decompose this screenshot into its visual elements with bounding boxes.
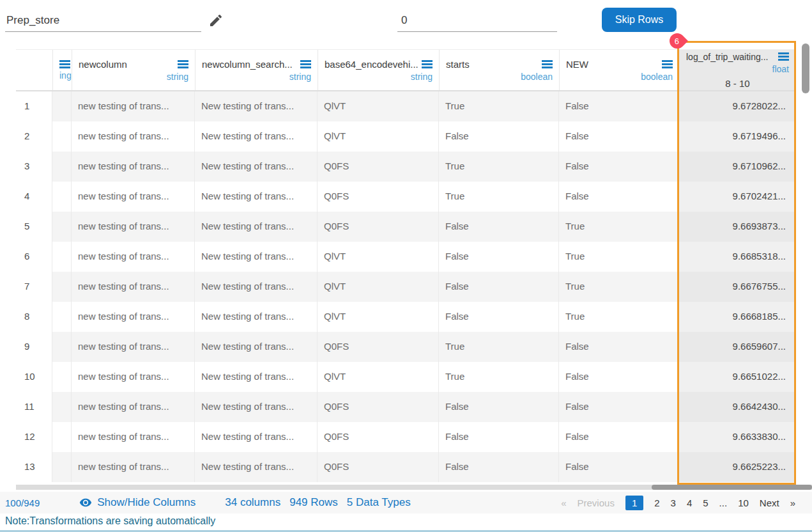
table-cell[interactable]: QlVT (318, 121, 439, 152)
horizontal-scrollbar-thumb[interactable] (652, 485, 812, 490)
table-cell[interactable]: True (439, 152, 559, 182)
column-menu-icon[interactable] (300, 60, 311, 68)
dataset-name-input[interactable] (5, 9, 201, 32)
table-cell[interactable] (52, 272, 72, 302)
table-cell[interactable]: new testing of trans... (72, 392, 195, 422)
table-cell[interactable]: True (439, 182, 559, 212)
page-2[interactable]: 2 (654, 497, 659, 508)
table-cell[interactable]: False (559, 152, 679, 182)
table-cell[interactable]: True (559, 242, 679, 272)
table-cell[interactable]: True (559, 302, 679, 332)
table-cell[interactable]: Q0FS (318, 392, 439, 422)
table-cell[interactable]: False (559, 422, 679, 452)
column-menu-icon[interactable] (778, 52, 789, 61)
table-cell[interactable]: QlVT (318, 272, 439, 302)
page-next[interactable]: Next (760, 497, 779, 508)
table-cell[interactable]: False (439, 302, 559, 332)
page-3[interactable]: 3 (671, 497, 676, 508)
table-cell[interactable]: 9.6719496... (679, 121, 795, 152)
horizontal-scrollbar-track[interactable] (16, 485, 812, 490)
column-menu-icon[interactable] (422, 60, 433, 68)
table-cell[interactable]: 9.6633830... (679, 422, 795, 452)
column-menu-icon[interactable] (178, 60, 188, 68)
table-cell[interactable]: True (439, 332, 559, 362)
table-cell[interactable]: new testing of trans... (72, 302, 195, 332)
skip-rows-button[interactable]: Skip Rows (602, 8, 677, 32)
table-cell[interactable]: New testing of trans... (195, 212, 318, 242)
table-cell[interactable]: False (559, 392, 679, 422)
table-cell[interactable]: new testing of trans... (72, 212, 195, 242)
table-cell[interactable]: new testing of trans... (72, 182, 195, 212)
column-header[interactable]: ing (52, 50, 72, 90)
table-cell[interactable]: 9.6659607... (679, 332, 795, 362)
table-cell[interactable]: QlVT (318, 242, 439, 272)
table-cell[interactable] (52, 422, 72, 452)
table-cell[interactable]: Q0FS (318, 182, 439, 212)
table-cell[interactable]: QlVT (318, 362, 439, 392)
table-cell[interactable] (52, 212, 72, 242)
table-cell[interactable]: New testing of trans... (195, 392, 318, 422)
show-hide-columns-button[interactable]: Show/Hide Columns (79, 496, 195, 509)
stat-datatypes[interactable]: 5 Data Types (347, 496, 411, 509)
table-cell[interactable]: New testing of trans... (195, 121, 318, 152)
table-cell[interactable]: New testing of trans... (195, 242, 318, 272)
table-cell[interactable]: False (559, 452, 679, 482)
table-cell[interactable]: False (559, 121, 679, 152)
table-cell[interactable]: new testing of trans... (72, 242, 195, 272)
table-cell[interactable]: New testing of trans... (195, 182, 318, 212)
table-cell[interactable]: 9.6702421... (679, 182, 795, 212)
table-cell[interactable]: new testing of trans... (72, 272, 195, 302)
column-header-newcolumn-search[interactable]: newcolumn_search...string (195, 50, 318, 90)
column-menu-icon[interactable] (542, 60, 553, 68)
page-[interactable]: ... (719, 497, 728, 508)
table-cell[interactable]: False (439, 272, 559, 302)
table-cell[interactable]: False (439, 242, 559, 272)
table-cell[interactable]: new testing of trans... (72, 332, 195, 362)
table-cell[interactable]: New testing of trans... (195, 302, 318, 332)
table-cell[interactable] (52, 362, 72, 392)
page-[interactable]: » (790, 497, 795, 508)
table-cell[interactable]: 9.6676755... (679, 272, 795, 302)
table-cell[interactable]: False (439, 212, 559, 242)
table-cell[interactable]: QlVT (318, 91, 439, 121)
column-header-newcolumn[interactable]: newcolumnstring (72, 50, 195, 90)
table-cell[interactable]: 9.6642430... (679, 392, 795, 422)
stat-rows[interactable]: 949 Rows (289, 496, 338, 509)
table-cell[interactable]: True (439, 91, 559, 121)
table-cell[interactable]: Q0FS (318, 422, 439, 452)
table-cell[interactable]: new testing of trans... (72, 452, 195, 482)
edit-pencil-icon[interactable] (208, 13, 224, 28)
table-cell[interactable]: True (559, 212, 679, 242)
table-cell[interactable]: new testing of trans... (72, 362, 195, 392)
table-cell[interactable]: False (439, 452, 559, 482)
table-cell[interactable] (52, 302, 72, 332)
table-cell[interactable]: 9.6651022... (679, 362, 795, 392)
table-cell[interactable]: Q0FS (318, 152, 439, 182)
column-header-starts[interactable]: startsboolean (439, 50, 559, 90)
page-5[interactable]: 5 (703, 497, 708, 508)
table-cell[interactable]: 9.6728022... (679, 91, 795, 121)
table-cell[interactable]: False (439, 121, 559, 152)
table-cell[interactable]: 9.6668185... (679, 302, 795, 332)
skip-rows-input[interactable] (397, 9, 557, 32)
table-cell[interactable] (52, 121, 72, 152)
table-cell[interactable]: Q0FS (318, 452, 439, 482)
page-1[interactable]: 1 (625, 496, 643, 510)
table-cell[interactable]: False (559, 182, 679, 212)
column-menu-icon[interactable] (662, 60, 673, 68)
column-header-base64-encodevehi[interactable]: base64_encodevehi...string (318, 50, 439, 90)
table-cell[interactable]: False (559, 332, 679, 362)
column-header-log-of-trip-waiting[interactable]: log_of_trip_waiting...float8 - 10 (679, 50, 795, 90)
table-cell[interactable]: New testing of trans... (195, 422, 318, 452)
table-cell[interactable]: 9.6685318... (679, 242, 795, 272)
table-cell[interactable]: new testing of trans... (72, 91, 195, 121)
table-cell[interactable]: new testing of trans... (72, 422, 195, 452)
table-cell[interactable] (52, 392, 72, 422)
table-cell[interactable]: New testing of trans... (195, 91, 318, 121)
stat-columns[interactable]: 34 columns (225, 496, 280, 509)
table-cell[interactable]: 9.6625223... (679, 452, 795, 482)
table-cell[interactable]: new testing of trans... (72, 152, 195, 182)
table-cell[interactable]: New testing of trans... (195, 452, 318, 482)
table-cell[interactable] (52, 242, 72, 272)
table-cell[interactable]: New testing of trans... (195, 362, 318, 392)
